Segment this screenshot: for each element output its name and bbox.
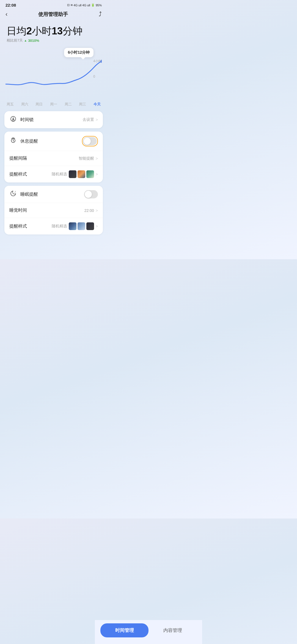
reminder-style-value: 随机精选	[52, 172, 67, 177]
svg-point-5	[14, 138, 15, 139]
chart-x-labels: 周五 周六 周日 周一 周二 周三 今天	[0, 100, 107, 107]
stats-header: 日均2小时13分钟 相比前7天 ▲ 3010%	[0, 21, 107, 45]
battery-icon: 🔋	[91, 3, 95, 7]
sleep-time-label: 睡觉时间	[9, 208, 27, 213]
time-lock-label: 时间锁	[20, 117, 34, 123]
chevron-right-icon2: >	[96, 156, 98, 161]
rest-reminder-icon	[9, 137, 17, 145]
status-time: 22:08	[6, 3, 16, 7]
style-thumbnails	[69, 170, 94, 178]
rest-reminder-row: 休息提醒将关闭30天 休息提醒	[4, 132, 103, 151]
chevron-right-icon3: >	[96, 172, 98, 176]
chart-y-labels: 4小时 0	[93, 59, 102, 78]
page-title: 使用管理助手	[38, 11, 68, 18]
status-icons: ⊡ ≋ 4G ull 4G ull 🔋 95%	[67, 3, 102, 7]
usage-chart	[6, 59, 102, 97]
rest-toggle-container[interactable]	[82, 136, 98, 146]
reminder-style-row[interactable]: 提醒样式 随机精选 >	[4, 166, 103, 182]
thumb-2	[78, 170, 85, 178]
share-button[interactable]: ⤴	[99, 11, 102, 18]
time-lock-icon	[9, 116, 17, 124]
signal-bars-icon: ull	[78, 4, 81, 7]
chart-tooltip: 6小时12分钟	[64, 48, 94, 57]
cards-section: 时间锁 去设置 > 休息提醒将关闭30天	[0, 107, 107, 234]
reminder-style-label: 提醒样式	[9, 171, 27, 177]
reminder-interval-row[interactable]: 提醒间隔 智能提醒 >	[4, 151, 103, 166]
sleep-thumb-3	[86, 222, 94, 230]
sleep-thumb-2	[78, 222, 85, 230]
thumb-1	[69, 170, 76, 178]
nav-bar: ‹ 使用管理助手 ⤴	[0, 9, 107, 21]
signal-icon: ⊡	[67, 3, 70, 7]
sleep-style-value: 随机精选	[52, 224, 67, 229]
go-settings-label: 去设置	[82, 117, 94, 122]
trend-up-icon: ▲	[24, 39, 27, 42]
network-4g-2-icon: 4G	[82, 4, 86, 7]
chevron-right-icon5: >	[96, 224, 98, 228]
chevron-right-icon: >	[96, 118, 98, 122]
sleep-time-row[interactable]: 睡觉时间 22:00 >	[4, 203, 103, 218]
stats-compare: 相比前7天 ▲ 3010%	[7, 38, 101, 43]
wifi-icon: ≋	[70, 3, 73, 7]
sleep-style-label: 提醒样式	[9, 223, 27, 229]
sleep-reminder-icon: z z	[9, 190, 17, 198]
sleep-time-value: 22:00	[84, 208, 94, 213]
rest-reminder-card: 休息提醒将关闭30天 休息提醒	[4, 132, 103, 182]
svg-rect-2	[12, 120, 14, 121]
rest-reminder-toggle[interactable]	[83, 137, 97, 145]
reminder-interval-value: 智能提醒	[79, 156, 94, 161]
sleep-reminder-toggle[interactable]	[84, 190, 98, 198]
chevron-right-icon4: >	[96, 208, 98, 213]
back-button[interactable]: ‹	[6, 11, 7, 18]
svg-text:z: z	[15, 190, 16, 192]
status-bar: 22:08 ⊡ ≋ 4G ull 4G ull 🔋 95%	[0, 0, 107, 9]
sleep-thumbnails	[69, 222, 94, 230]
rest-reminder-label: 休息提醒	[20, 138, 38, 144]
reminder-interval-label: 提醒间隔	[9, 155, 27, 161]
battery-percent: 95%	[96, 4, 102, 7]
svg-point-4	[12, 138, 12, 139]
thumb-3	[86, 170, 94, 178]
sleep-reminder-row: z z 睡眠提醒	[4, 186, 103, 203]
sleep-style-row[interactable]: 提醒样式 随机精选 >	[4, 218, 103, 234]
time-lock-row[interactable]: 时间锁 去设置 >	[4, 111, 103, 128]
sleep-reminder-label: 睡眠提醒	[20, 192, 38, 197]
sleep-reminder-card: z z 睡眠提醒 睡觉时间 22:00 > 提醒样式 随机精选	[4, 186, 103, 234]
network-4g-icon: 4G	[74, 4, 78, 7]
chart-area: 6小时12分钟 4小时 0	[0, 45, 107, 100]
time-lock-card: 时间锁 去设置 >	[4, 111, 103, 128]
daily-average-title: 日均2小时13分钟	[7, 25, 101, 37]
sleep-thumb-1	[69, 222, 76, 230]
signal-alt-icon: ull	[87, 4, 90, 7]
